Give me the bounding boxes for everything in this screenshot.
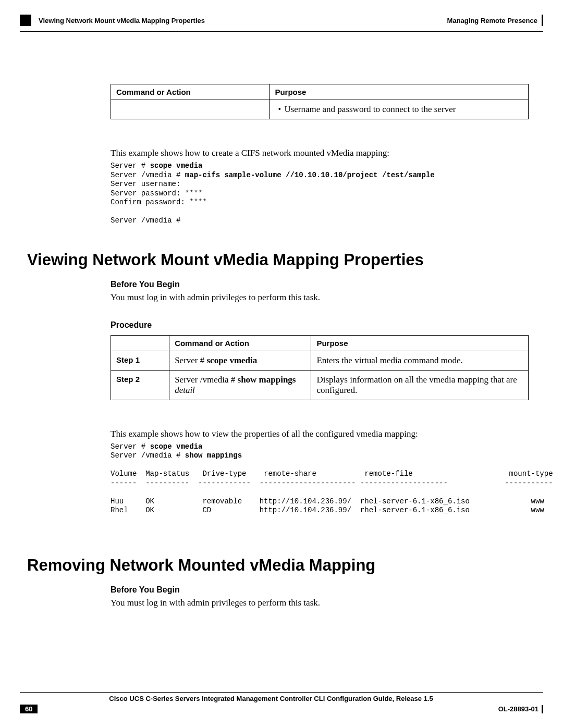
command-action-table-wrap: Command or Action Purpose Username and p… [111, 84, 529, 119]
header-right-title: Managing Remote Presence [447, 17, 537, 24]
table-row: Username and password to connect to the … [111, 100, 529, 119]
col-command: Command or Action [169, 335, 311, 351]
cifs-intro: This example shows how to create a CIFS … [111, 148, 529, 158]
cell-purpose: Username and password to connect to the … [270, 100, 529, 119]
header-marker-icon [20, 15, 31, 26]
prompt: Server # [111, 442, 150, 451]
section-heading-removing: Removing Network Mounted vMedia Mapping [27, 556, 529, 575]
cmd-prefix: Server /vmedia # [175, 375, 237, 385]
prompt: Server # [111, 162, 150, 170]
col-step [111, 335, 169, 351]
code-line: Confirm password: **** [111, 198, 207, 206]
purpose-text: Username and password to connect to the … [284, 104, 456, 115]
cmd-bold: show mappings [185, 451, 242, 460]
step-command: Server # scope vmedia [169, 351, 311, 370]
page-number-badge: 60 [20, 705, 38, 713]
header-right: Managing Remote Presence [447, 15, 543, 26]
table-header-row: Command or Action Purpose [111, 335, 529, 351]
page-content: Command or Action Purpose Username and p… [20, 32, 543, 608]
view-example-intro: This example shows how to view the prope… [111, 429, 529, 439]
code-line: Server /vmedia # [111, 216, 180, 225]
step-command: Server /vmedia # show mappings detail [169, 370, 311, 400]
purpose-bullet: Username and password to connect to the … [275, 104, 523, 115]
code-line: Server /vmedia # show mappings [111, 451, 242, 460]
command-action-table: Command or Action Purpose Username and p… [111, 84, 529, 119]
header-left: Viewing Network Mount vMedia Mapping Pro… [20, 15, 205, 26]
cmd-bold: scope vmedia [207, 355, 258, 365]
cell-command-empty [111, 100, 270, 119]
table-row: Step 2 Server /vmedia # show mappings de… [111, 370, 529, 400]
code-line: Server # scope vmedia [111, 442, 202, 451]
step-purpose: Displays information on all the vmedia m… [311, 370, 529, 400]
code-line: Server username: [111, 180, 180, 188]
prompt: Server /vmedia # [111, 171, 185, 179]
footer-doc-id: OL-28893-01 [498, 705, 538, 713]
header-left-title: Viewing Network Mount vMedia Mapping Pro… [39, 17, 205, 24]
page-footer: Cisco UCS C-Series Servers Integrated Ma… [20, 692, 543, 713]
before-you-begin-text: You must log in with admin privileges to… [111, 292, 529, 303]
col-purpose: Purpose [270, 84, 529, 100]
before-you-begin-heading: Before You Begin [111, 280, 529, 289]
procedure-heading: Procedure [111, 320, 529, 330]
table-header-row: Command or Action Purpose [111, 84, 529, 100]
col-purpose: Purpose [311, 335, 529, 351]
footer-doc-id-wrap: OL-28893-01 [498, 705, 543, 713]
before-you-begin-heading-2: Before You Begin [111, 585, 529, 595]
code-line: Server /vmedia # map-cifs sample-volume … [111, 171, 435, 179]
prompt: Server /vmedia # [111, 451, 185, 460]
procedure-table: Command or Action Purpose Step 1 Server … [111, 335, 529, 400]
bullet-icon [278, 104, 281, 115]
view-example-code: Server # scope vmedia Server /vmedia # s… [111, 442, 529, 515]
footer-bar-icon [542, 705, 543, 713]
step-label: Step 2 [111, 370, 169, 400]
table-row: Step 1 Server # scope vmedia Enters the … [111, 351, 529, 370]
page-header: Viewing Network Mount vMedia Mapping Pro… [20, 15, 543, 26]
code-line: Server # scope vmedia [111, 162, 202, 170]
footer-title-row: Cisco UCS C-Series Servers Integrated Ma… [20, 695, 543, 702]
procedure-table-wrap: Command or Action Purpose Step 1 Server … [111, 335, 529, 400]
cmd-prefix: Server # [175, 355, 206, 365]
header-bar-icon [542, 15, 543, 26]
cifs-code-block: Server # scope vmedia Server /vmedia # m… [111, 162, 529, 226]
cmd-bold: scope vmedia [150, 162, 203, 170]
col-command: Command or Action [111, 84, 270, 100]
step-purpose: Enters the virtual media command mode. [311, 351, 529, 370]
cmd-italic: detail [175, 385, 195, 395]
section-heading-viewing: Viewing Network Mount vMedia Mapping Pro… [27, 251, 529, 269]
footer-meta-row: 60 OL-28893-01 [20, 705, 543, 713]
footer-rule [20, 692, 543, 693]
footer-book-title: Cisco UCS C-Series Servers Integrated Ma… [41, 695, 501, 702]
step-label: Step 1 [111, 351, 169, 370]
code-line: Server password: **** [111, 189, 202, 198]
cmd-bold: map-cifs sample-volume //10.10.10.10/pro… [185, 171, 435, 179]
cmd-bold: show mappings [238, 375, 296, 385]
code-table-output: Volume Map-status Drive-type remote-shar… [111, 470, 553, 514]
cmd-bold: scope vmedia [150, 442, 203, 451]
before-you-begin-text-2: You must log in with admin privileges to… [111, 598, 529, 608]
